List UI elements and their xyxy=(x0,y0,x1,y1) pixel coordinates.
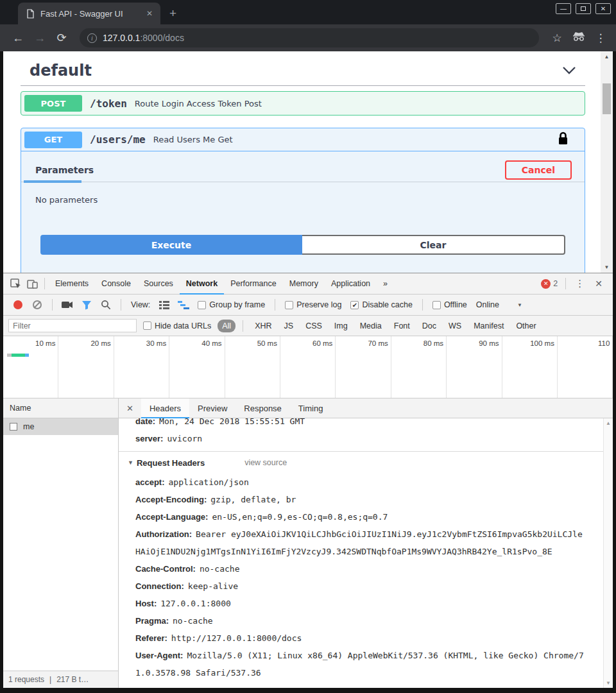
detail-tab-timing[interactable]: Timing xyxy=(290,398,332,418)
clear-button[interactable]: Clear xyxy=(302,235,565,255)
filter-pill-media[interactable]: Media xyxy=(355,320,386,332)
tabs-overflow-icon[interactable]: » xyxy=(377,273,394,295)
detail-tab-response[interactable]: Response xyxy=(235,398,290,418)
throttling-dropdown[interactable]: Online▼ xyxy=(476,300,522,309)
filter-pill-js[interactable]: JS xyxy=(280,320,298,332)
browser-menu-icon[interactable]: ⋮ xyxy=(592,31,610,45)
network-timeline-overview[interactable]: 10 ms 20 ms 30 ms 40 ms 50 ms 60 ms 70 m… xyxy=(3,336,613,398)
ruler-tick: 110 xyxy=(558,336,613,347)
detail-tab-preview[interactable]: Preview xyxy=(189,398,235,418)
checkbox-icon[interactable] xyxy=(432,301,441,309)
header-value: gzip, deflate, br xyxy=(210,495,296,504)
request-headers-section-header[interactable]: ▼ Request Headers view source xyxy=(119,452,603,474)
detail-tab-headers[interactable]: Headers xyxy=(141,398,189,418)
request-header-row: Host:127.0.0.1:8000 xyxy=(119,595,603,612)
filter-pill-img[interactable]: Img xyxy=(330,320,352,332)
cancel-button[interactable]: Cancel xyxy=(505,160,572,180)
disable-cache-checkbox[interactable]: ✔Disable cache xyxy=(350,300,413,309)
filter-funnel-icon[interactable] xyxy=(78,297,95,312)
maximize-button[interactable] xyxy=(576,3,591,14)
response-header-row: date:Mon, 24 Dec 2018 15:55:51 GMT xyxy=(119,418,603,430)
page-info-icon[interactable]: i xyxy=(87,33,97,43)
filter-pill-xhr[interactable]: XHR xyxy=(250,320,276,332)
record-button[interactable] xyxy=(13,300,22,309)
minimize-button[interactable]: — xyxy=(556,3,571,14)
request-header-row: Accept-Encoding:gzip, deflate, br xyxy=(119,491,603,508)
close-window-button[interactable]: ✕ xyxy=(595,3,611,14)
triangle-down-icon[interactable]: ▼ xyxy=(128,459,133,466)
tab-elements[interactable]: Elements xyxy=(49,273,95,295)
tab-application[interactable]: Application xyxy=(325,273,377,295)
checkbox-icon[interactable] xyxy=(285,301,293,309)
inspect-element-icon[interactable] xyxy=(7,276,24,291)
waterfall-view-icon[interactable] xyxy=(175,297,192,312)
device-toolbar-icon[interactable] xyxy=(24,276,40,291)
scroll-down-icon[interactable]: ▼ xyxy=(606,678,611,688)
name-column-header[interactable]: Name xyxy=(3,398,118,418)
request-row-me[interactable]: me xyxy=(3,418,118,435)
filter-pill-all[interactable]: All xyxy=(218,320,235,332)
browser-window: Fast API - Swagger UI ✕ + — ✕ ← → ⟳ i 12… xyxy=(0,0,616,693)
filter-pill-font[interactable]: Font xyxy=(389,320,415,332)
chevron-down-icon[interactable] xyxy=(562,66,576,75)
header-value: application/json xyxy=(169,477,249,487)
list-view-icon[interactable] xyxy=(156,297,173,312)
endpoint-path: /token xyxy=(90,98,127,110)
new-tab-button[interactable]: + xyxy=(169,6,176,21)
scroll-up-icon[interactable]: ▲ xyxy=(604,51,610,62)
address-bar[interactable]: i 127.0.0.1:8000/docs xyxy=(80,28,539,47)
search-icon[interactable] xyxy=(98,297,114,312)
header-name: Accept-Language: xyxy=(135,512,208,522)
tab-sources[interactable]: Sources xyxy=(137,273,180,295)
header-value: uvicorn xyxy=(167,434,202,443)
scroll-down-icon[interactable]: ▼ xyxy=(604,262,610,273)
scroll-up-icon[interactable]: ▲ xyxy=(606,418,611,428)
waterfall-bar[interactable] xyxy=(7,354,29,357)
request-file-icon xyxy=(10,423,17,431)
page-favicon-icon xyxy=(26,9,35,19)
tab-console[interactable]: Console xyxy=(95,273,137,295)
scrollbar-thumb[interactable] xyxy=(603,83,611,114)
checkbox-icon[interactable] xyxy=(143,321,151,330)
detail-close-icon[interactable]: ✕ xyxy=(119,404,141,413)
devtools-menu-icon[interactable]: ⋮ xyxy=(570,278,590,289)
section-header[interactable]: default xyxy=(21,62,585,80)
execute-button[interactable]: Execute xyxy=(40,235,302,255)
checkbox-icon[interactable] xyxy=(198,301,206,309)
tab-memory[interactable]: Memory xyxy=(283,273,325,295)
tab-network[interactable]: Network xyxy=(180,273,224,295)
method-badge-post: POST xyxy=(24,95,82,112)
error-badge-icon[interactable]: ✕ xyxy=(541,279,551,289)
devtools-close-icon[interactable]: ✕ xyxy=(590,278,608,289)
devtools-panel: Elements Console Sources Network Perform… xyxy=(3,273,613,688)
browser-tab[interactable]: Fast API - Swagger UI ✕ xyxy=(18,3,160,24)
get-summary-row[interactable]: GET /users/me Read Users Me Get xyxy=(21,128,585,151)
reload-button[interactable]: ⟳ xyxy=(53,31,71,45)
filter-pill-ws[interactable]: WS xyxy=(444,320,466,332)
auth-lock-icon[interactable] xyxy=(558,132,568,148)
endpoint-post-token[interactable]: POST /token Route Login Access Token Pos… xyxy=(21,91,585,116)
page-scrollbar[interactable]: ▲ ▼ xyxy=(601,51,613,273)
hide-data-urls-checkbox[interactable]: Hide data URLs xyxy=(143,321,211,330)
screenshot-camera-icon[interactable] xyxy=(59,297,76,312)
preserve-log-checkbox[interactable]: Preserve log xyxy=(285,300,341,309)
back-button[interactable]: ← xyxy=(9,31,27,45)
bookmark-star-icon[interactable]: ☆ xyxy=(548,31,566,45)
section-title: default xyxy=(30,62,92,80)
filter-input[interactable] xyxy=(8,319,137,332)
filter-pill-doc[interactable]: Doc xyxy=(418,320,441,332)
group-by-frame-checkbox[interactable]: Group by frame xyxy=(198,300,265,309)
offline-checkbox[interactable]: Offline xyxy=(432,300,467,309)
filter-pill-manifest[interactable]: Manifest xyxy=(469,320,508,332)
tab-close-icon[interactable]: ✕ xyxy=(144,8,155,19)
forward-button[interactable]: → xyxy=(31,31,49,45)
checkbox-checked-icon[interactable]: ✔ xyxy=(350,301,359,309)
divider xyxy=(52,299,53,311)
post-summary-row[interactable]: POST /token Route Login Access Token Pos… xyxy=(21,92,585,115)
clear-requests-icon[interactable] xyxy=(33,300,42,309)
filter-pill-other[interactable]: Other xyxy=(511,320,540,332)
view-source-link[interactable]: view source xyxy=(244,458,287,467)
filter-pill-css[interactable]: CSS xyxy=(301,320,327,332)
detail-scrollbar[interactable]: ▲ ▼ xyxy=(603,418,613,688)
tab-performance[interactable]: Performance xyxy=(224,273,283,295)
